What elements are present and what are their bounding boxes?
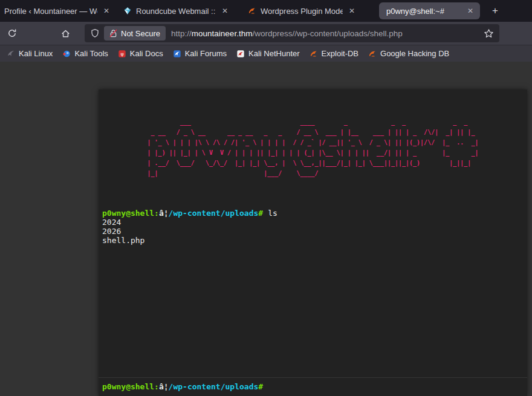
bookmarks-bar: Kali Linux Kali Tools ψ Kali Docs Kali F… bbox=[0, 45, 532, 62]
bookmark-kali-forums[interactable]: Kali Forums bbox=[168, 47, 232, 60]
output-line: 2026 bbox=[102, 227, 524, 236]
bookmark-kali-nethunter[interactable]: Kali NetHunter bbox=[232, 47, 305, 60]
url-bar[interactable]: Not Secure http://mountaineer.thm/wordpr… bbox=[85, 24, 499, 42]
bookmark-label: Kali Docs bbox=[130, 49, 163, 58]
insecure-lock-icon bbox=[109, 29, 117, 37]
bookmark-google-hacking-db[interactable]: Google Hacking DB bbox=[363, 47, 454, 60]
p0wny-shell-panel: ___ ____ _ _ _ _ _ _ __ / _ \ __ __ _ __… bbox=[99, 89, 527, 396]
tab-title: Profile ‹ Mountaineer — Wor bbox=[4, 7, 97, 16]
prompt-symbol: # bbox=[258, 209, 263, 218]
prompt-user: p0wny@shell: bbox=[102, 209, 159, 218]
bookmark-label: Kali NetHunter bbox=[248, 49, 300, 58]
ghdb-bird-icon bbox=[368, 50, 377, 58]
prompt-symbol: # bbox=[258, 382, 263, 391]
home-button[interactable] bbox=[57, 25, 74, 42]
output-line: 2024 bbox=[102, 218, 524, 227]
tab-title: p0wny@shell:~# bbox=[386, 7, 461, 16]
kali-dragon-icon bbox=[7, 50, 15, 58]
tab-title: Wordpress Plugin Modern bbox=[261, 7, 343, 16]
not-secure-label: Not Secure bbox=[121, 29, 160, 38]
kali-tools-icon bbox=[62, 50, 71, 58]
exploitdb-bird-icon bbox=[310, 50, 318, 58]
bookmark-kali-linux[interactable]: Kali Linux bbox=[2, 47, 57, 60]
page-viewport: ___ ____ _ _ _ _ _ _ __ / _ \ __ __ _ __… bbox=[0, 62, 532, 396]
ascii-logo: ___ ____ _ _ _ _ _ _ __ / _ \ __ __ _ __… bbox=[102, 117, 524, 178]
tab-bar: Profile ‹ Mountaineer — Wor ✕ Roundcube … bbox=[0, 0, 532, 22]
tab-wordpress-plugin-exploit[interactable]: Wordpress Plugin Modern ✕ bbox=[243, 0, 362, 22]
output-line: shell.php bbox=[102, 236, 524, 245]
tab-close-icon[interactable]: ✕ bbox=[220, 6, 230, 16]
executed-command: ls bbox=[268, 209, 277, 218]
navigation-toolbar: Not Secure http://mountaineer.thm/wordpr… bbox=[0, 22, 532, 45]
tab-roundcube-webmail[interactable]: Roundcube Webmail :: Inb ✕ bbox=[116, 0, 235, 22]
roundcube-gem-icon bbox=[123, 7, 132, 15]
tab-title: Roundcube Webmail :: Inb bbox=[136, 7, 216, 16]
svg-text:ψ: ψ bbox=[120, 51, 123, 57]
prompt-ellipsis: â¦ bbox=[159, 209, 169, 218]
kali-forums-icon bbox=[173, 50, 181, 58]
exploitdb-bird-icon bbox=[248, 7, 256, 15]
bookmark-star-button[interactable] bbox=[484, 28, 494, 39]
bookmark-label: Kali Tools bbox=[74, 49, 108, 58]
star-icon bbox=[484, 28, 494, 39]
new-tab-button[interactable]: + bbox=[487, 3, 503, 19]
kali-docs-icon: ψ bbox=[118, 50, 126, 58]
bookmark-kali-tools[interactable]: Kali Tools bbox=[57, 47, 112, 60]
url-domain: mountaineer.thm bbox=[192, 29, 253, 38]
shell-output-area: ___ ____ _ _ _ _ _ _ __ / _ \ __ __ _ __… bbox=[99, 89, 527, 245]
bookmark-label: Kali Forums bbox=[185, 49, 227, 58]
tab-close-icon[interactable]: ✕ bbox=[102, 6, 111, 16]
shell-command-input[interactable]: p0wny@shell:â¦/wp-content/uploads# bbox=[99, 377, 527, 396]
kali-nethunter-icon bbox=[236, 50, 245, 58]
prompt-user: p0wny@shell: bbox=[102, 382, 159, 391]
tab-close-icon[interactable]: ✕ bbox=[347, 6, 357, 16]
bookmark-kali-docs[interactable]: ψ Kali Docs bbox=[113, 47, 168, 60]
tab-wordpress-profile[interactable]: Profile ‹ Mountaineer — Wor ✕ bbox=[0, 0, 116, 22]
tab-close-icon[interactable]: ✕ bbox=[465, 6, 475, 16]
bookmark-exploit-db[interactable]: Exploit-DB bbox=[305, 47, 363, 60]
bookmark-label: Exploit-DB bbox=[322, 49, 358, 58]
reload-button[interactable] bbox=[4, 25, 21, 42]
url-protocol: http:// bbox=[171, 29, 192, 38]
prompt-ellipsis: â¦ bbox=[159, 382, 169, 391]
url-text[interactable]: http://mountaineer.thm/wordpress//wp-con… bbox=[171, 29, 484, 38]
home-icon bbox=[60, 28, 71, 39]
bookmark-label: Google Hacking DB bbox=[380, 49, 449, 58]
permissions-shield-icon[interactable] bbox=[90, 28, 100, 38]
bookmark-label: Kali Linux bbox=[19, 49, 53, 58]
reload-icon bbox=[7, 28, 17, 38]
url-path: /wordpress//wp-content/uploads/shell.php bbox=[252, 29, 402, 38]
shell-history-prompt-line: p0wny@shell:â¦/wp-content/uploads#ls bbox=[102, 209, 524, 218]
prompt-path: /wp-content/uploads bbox=[169, 382, 259, 391]
not-secure-badge[interactable]: Not Secure bbox=[104, 26, 166, 41]
prompt-path: /wp-content/uploads bbox=[169, 209, 259, 218]
tab-p0wny-shell-active[interactable]: p0wny@shell:~# ✕ bbox=[379, 2, 480, 19]
